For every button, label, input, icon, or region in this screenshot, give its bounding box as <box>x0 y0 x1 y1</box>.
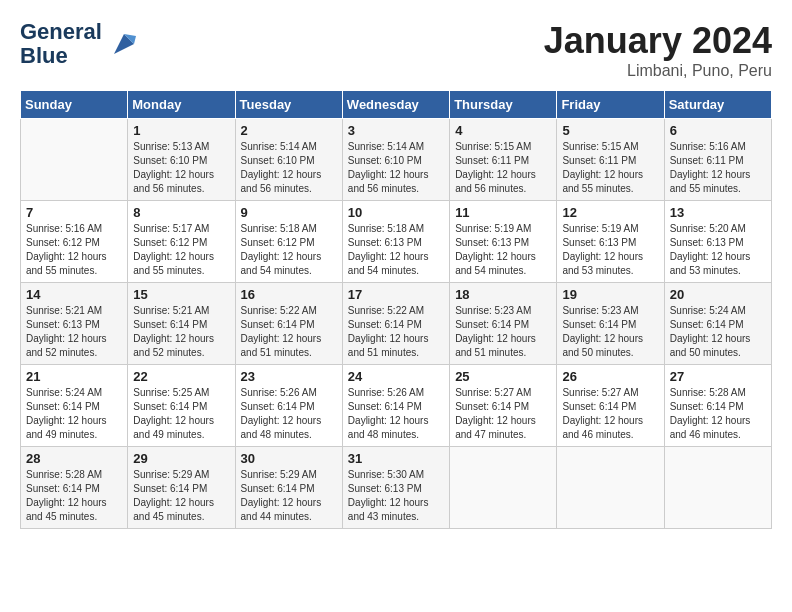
day-info: Sunrise: 5:24 AM Sunset: 6:14 PM Dayligh… <box>670 304 766 360</box>
day-number: 3 <box>348 123 444 138</box>
calendar-cell: 10Sunrise: 5:18 AM Sunset: 6:13 PM Dayli… <box>342 201 449 283</box>
day-number: 21 <box>26 369 122 384</box>
day-number: 23 <box>241 369 337 384</box>
weekday-header: Wednesday <box>342 91 449 119</box>
day-number: 30 <box>241 451 337 466</box>
day-number: 31 <box>348 451 444 466</box>
day-number: 2 <box>241 123 337 138</box>
day-info: Sunrise: 5:26 AM Sunset: 6:14 PM Dayligh… <box>241 386 337 442</box>
calendar-cell: 11Sunrise: 5:19 AM Sunset: 6:13 PM Dayli… <box>450 201 557 283</box>
logo: GeneralBlue <box>20 20 142 68</box>
calendar-cell: 28Sunrise: 5:28 AM Sunset: 6:14 PM Dayli… <box>21 447 128 529</box>
day-number: 4 <box>455 123 551 138</box>
day-number: 14 <box>26 287 122 302</box>
day-info: Sunrise: 5:24 AM Sunset: 6:14 PM Dayligh… <box>26 386 122 442</box>
day-number: 27 <box>670 369 766 384</box>
calendar-cell: 8Sunrise: 5:17 AM Sunset: 6:12 PM Daylig… <box>128 201 235 283</box>
day-number: 11 <box>455 205 551 220</box>
calendar-cell: 1Sunrise: 5:13 AM Sunset: 6:10 PM Daylig… <box>128 119 235 201</box>
calendar-cell: 12Sunrise: 5:19 AM Sunset: 6:13 PM Dayli… <box>557 201 664 283</box>
day-number: 8 <box>133 205 229 220</box>
calendar-cell: 18Sunrise: 5:23 AM Sunset: 6:14 PM Dayli… <box>450 283 557 365</box>
day-number: 12 <box>562 205 658 220</box>
calendar-week-row: 28Sunrise: 5:28 AM Sunset: 6:14 PM Dayli… <box>21 447 772 529</box>
title-block: January 2024 Limbani, Puno, Peru <box>544 20 772 80</box>
day-info: Sunrise: 5:16 AM Sunset: 6:12 PM Dayligh… <box>26 222 122 278</box>
calendar-cell <box>664 447 771 529</box>
day-info: Sunrise: 5:17 AM Sunset: 6:12 PM Dayligh… <box>133 222 229 278</box>
logo-text: GeneralBlue <box>20 20 102 68</box>
calendar-cell: 6Sunrise: 5:16 AM Sunset: 6:11 PM Daylig… <box>664 119 771 201</box>
day-info: Sunrise: 5:13 AM Sunset: 6:10 PM Dayligh… <box>133 140 229 196</box>
day-info: Sunrise: 5:28 AM Sunset: 6:14 PM Dayligh… <box>26 468 122 524</box>
calendar-cell <box>21 119 128 201</box>
weekday-header: Thursday <box>450 91 557 119</box>
day-number: 15 <box>133 287 229 302</box>
day-info: Sunrise: 5:22 AM Sunset: 6:14 PM Dayligh… <box>241 304 337 360</box>
day-info: Sunrise: 5:20 AM Sunset: 6:13 PM Dayligh… <box>670 222 766 278</box>
calendar-cell: 20Sunrise: 5:24 AM Sunset: 6:14 PM Dayli… <box>664 283 771 365</box>
day-info: Sunrise: 5:15 AM Sunset: 6:11 PM Dayligh… <box>562 140 658 196</box>
day-info: Sunrise: 5:29 AM Sunset: 6:14 PM Dayligh… <box>133 468 229 524</box>
calendar-cell: 17Sunrise: 5:22 AM Sunset: 6:14 PM Dayli… <box>342 283 449 365</box>
calendar-cell: 21Sunrise: 5:24 AM Sunset: 6:14 PM Dayli… <box>21 365 128 447</box>
day-info: Sunrise: 5:18 AM Sunset: 6:13 PM Dayligh… <box>348 222 444 278</box>
day-number: 20 <box>670 287 766 302</box>
day-number: 6 <box>670 123 766 138</box>
weekday-header: Sunday <box>21 91 128 119</box>
day-info: Sunrise: 5:23 AM Sunset: 6:14 PM Dayligh… <box>455 304 551 360</box>
weekday-header-row: SundayMondayTuesdayWednesdayThursdayFrid… <box>21 91 772 119</box>
day-info: Sunrise: 5:28 AM Sunset: 6:14 PM Dayligh… <box>670 386 766 442</box>
calendar-cell <box>450 447 557 529</box>
calendar-week-row: 7Sunrise: 5:16 AM Sunset: 6:12 PM Daylig… <box>21 201 772 283</box>
weekday-header: Friday <box>557 91 664 119</box>
day-info: Sunrise: 5:21 AM Sunset: 6:13 PM Dayligh… <box>26 304 122 360</box>
calendar-cell <box>557 447 664 529</box>
day-info: Sunrise: 5:29 AM Sunset: 6:14 PM Dayligh… <box>241 468 337 524</box>
calendar-cell: 19Sunrise: 5:23 AM Sunset: 6:14 PM Dayli… <box>557 283 664 365</box>
page-header: GeneralBlue January 2024 Limbani, Puno, … <box>20 20 772 80</box>
day-number: 7 <box>26 205 122 220</box>
location: Limbani, Puno, Peru <box>544 62 772 80</box>
calendar-cell: 27Sunrise: 5:28 AM Sunset: 6:14 PM Dayli… <box>664 365 771 447</box>
day-number: 16 <box>241 287 337 302</box>
month-title: January 2024 <box>544 20 772 62</box>
day-info: Sunrise: 5:26 AM Sunset: 6:14 PM Dayligh… <box>348 386 444 442</box>
day-number: 29 <box>133 451 229 466</box>
calendar-cell: 2Sunrise: 5:14 AM Sunset: 6:10 PM Daylig… <box>235 119 342 201</box>
day-info: Sunrise: 5:21 AM Sunset: 6:14 PM Dayligh… <box>133 304 229 360</box>
calendar-cell: 29Sunrise: 5:29 AM Sunset: 6:14 PM Dayli… <box>128 447 235 529</box>
day-info: Sunrise: 5:19 AM Sunset: 6:13 PM Dayligh… <box>562 222 658 278</box>
calendar-cell: 14Sunrise: 5:21 AM Sunset: 6:13 PM Dayli… <box>21 283 128 365</box>
day-number: 1 <box>133 123 229 138</box>
day-number: 10 <box>348 205 444 220</box>
calendar-cell: 24Sunrise: 5:26 AM Sunset: 6:14 PM Dayli… <box>342 365 449 447</box>
calendar-cell: 9Sunrise: 5:18 AM Sunset: 6:12 PM Daylig… <box>235 201 342 283</box>
calendar-week-row: 21Sunrise: 5:24 AM Sunset: 6:14 PM Dayli… <box>21 365 772 447</box>
calendar-table: SundayMondayTuesdayWednesdayThursdayFrid… <box>20 90 772 529</box>
calendar-cell: 23Sunrise: 5:26 AM Sunset: 6:14 PM Dayli… <box>235 365 342 447</box>
calendar-cell: 30Sunrise: 5:29 AM Sunset: 6:14 PM Dayli… <box>235 447 342 529</box>
weekday-header: Monday <box>128 91 235 119</box>
day-info: Sunrise: 5:25 AM Sunset: 6:14 PM Dayligh… <box>133 386 229 442</box>
calendar-cell: 13Sunrise: 5:20 AM Sunset: 6:13 PM Dayli… <box>664 201 771 283</box>
calendar-cell: 16Sunrise: 5:22 AM Sunset: 6:14 PM Dayli… <box>235 283 342 365</box>
day-number: 22 <box>133 369 229 384</box>
day-info: Sunrise: 5:15 AM Sunset: 6:11 PM Dayligh… <box>455 140 551 196</box>
calendar-cell: 4Sunrise: 5:15 AM Sunset: 6:11 PM Daylig… <box>450 119 557 201</box>
logo-icon <box>106 26 142 62</box>
day-number: 26 <box>562 369 658 384</box>
day-info: Sunrise: 5:16 AM Sunset: 6:11 PM Dayligh… <box>670 140 766 196</box>
calendar-cell: 15Sunrise: 5:21 AM Sunset: 6:14 PM Dayli… <box>128 283 235 365</box>
calendar-cell: 31Sunrise: 5:30 AM Sunset: 6:13 PM Dayli… <box>342 447 449 529</box>
day-number: 24 <box>348 369 444 384</box>
day-number: 5 <box>562 123 658 138</box>
day-number: 9 <box>241 205 337 220</box>
day-info: Sunrise: 5:14 AM Sunset: 6:10 PM Dayligh… <box>241 140 337 196</box>
calendar-cell: 22Sunrise: 5:25 AM Sunset: 6:14 PM Dayli… <box>128 365 235 447</box>
calendar-week-row: 14Sunrise: 5:21 AM Sunset: 6:13 PM Dayli… <box>21 283 772 365</box>
weekday-header: Saturday <box>664 91 771 119</box>
day-info: Sunrise: 5:19 AM Sunset: 6:13 PM Dayligh… <box>455 222 551 278</box>
day-info: Sunrise: 5:30 AM Sunset: 6:13 PM Dayligh… <box>348 468 444 524</box>
calendar-cell: 5Sunrise: 5:15 AM Sunset: 6:11 PM Daylig… <box>557 119 664 201</box>
